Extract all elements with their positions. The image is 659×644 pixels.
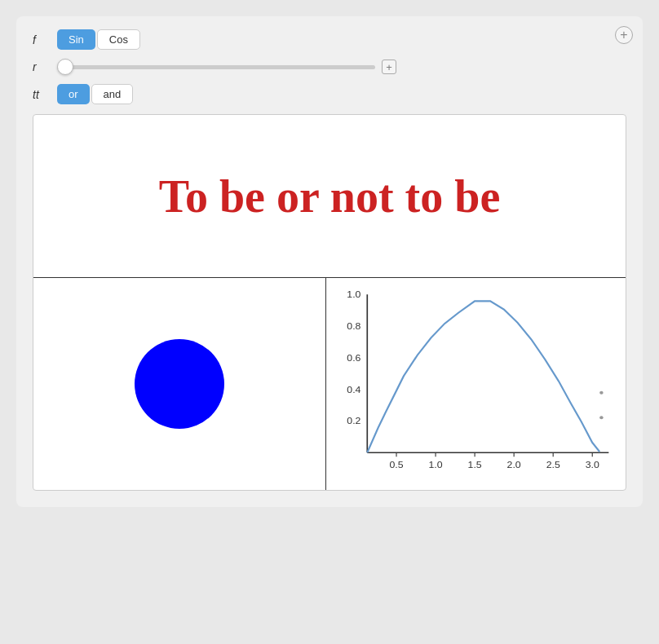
- chart-panel: 1.0 0.8 0.6 0.4 0.2 0.5 1.0 1.5 2.0 2.5 …: [326, 278, 626, 490]
- svg-text:0.2: 0.2: [347, 416, 360, 426]
- svg-text:1.0: 1.0: [347, 289, 361, 299]
- f-control-row: f Sin Cos: [33, 29, 626, 50]
- and-button[interactable]: and: [91, 84, 134, 104]
- tt-label: tt: [33, 88, 49, 101]
- content-area: To be or not to be 1.0 0.8: [33, 114, 626, 491]
- svg-point-20: [599, 416, 603, 419]
- svg-text:1.0: 1.0: [428, 459, 443, 469]
- f-label: f: [33, 33, 49, 46]
- svg-text:1.5: 1.5: [467, 459, 482, 469]
- svg-text:0.6: 0.6: [347, 352, 361, 362]
- r-slider[interactable]: [57, 65, 375, 69]
- svg-point-19: [599, 391, 603, 395]
- blue-circle: [135, 339, 224, 429]
- svg-text:3.0: 3.0: [585, 459, 599, 469]
- r-control-row: r +: [33, 60, 626, 74]
- tt-button-group: or and: [57, 84, 133, 104]
- svg-text:2.5: 2.5: [546, 459, 560, 469]
- main-panel: + f Sin Cos r + tt or and To be or not t…: [16, 16, 643, 507]
- slider-plus-button[interactable]: +: [382, 60, 396, 74]
- text-panel: To be or not to be: [33, 115, 626, 278]
- chart-inner: 1.0 0.8 0.6 0.4 0.2 0.5 1.0 1.5 2.0 2.5 …: [326, 286, 618, 486]
- bottom-panel: 1.0 0.8 0.6 0.4 0.2 0.5 1.0 1.5 2.0 2.5 …: [33, 278, 626, 490]
- r-label: r: [33, 60, 49, 73]
- sin-button[interactable]: Sin: [57, 29, 95, 50]
- main-text: To be or not to be: [159, 170, 501, 223]
- svg-text:0.4: 0.4: [347, 384, 361, 394]
- svg-text:2.0: 2.0: [506, 459, 521, 469]
- f-button-group: Sin Cos: [57, 29, 140, 50]
- or-button[interactable]: or: [57, 84, 90, 104]
- tt-control-row: tt or and: [33, 84, 626, 104]
- circle-panel: [33, 278, 326, 490]
- chart-svg: 1.0 0.8 0.6 0.4 0.2 0.5 1.0 1.5 2.0 2.5 …: [326, 286, 618, 486]
- add-button[interactable]: +: [615, 26, 633, 44]
- cos-button[interactable]: Cos: [97, 29, 140, 50]
- svg-text:0.5: 0.5: [389, 459, 404, 469]
- slider-container: +: [57, 60, 626, 74]
- sin-curve: [367, 301, 599, 452]
- svg-text:0.8: 0.8: [347, 321, 361, 331]
